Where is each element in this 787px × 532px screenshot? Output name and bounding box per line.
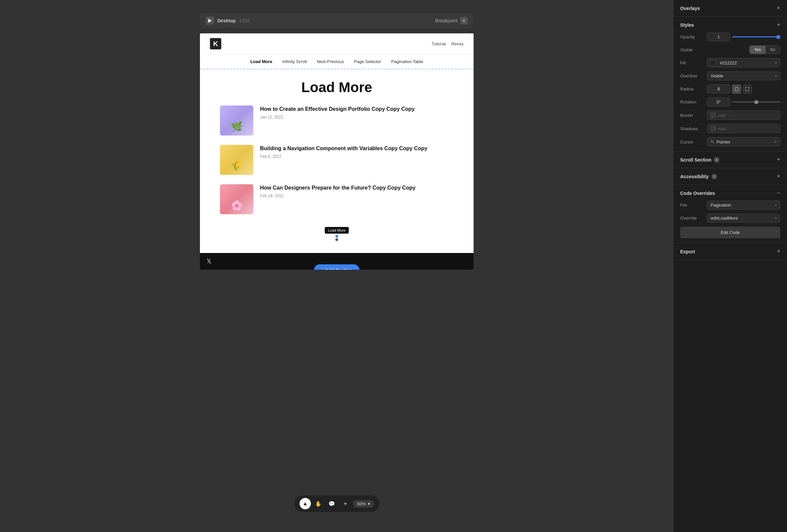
- bottom-toolbar: ▲ ✋ 💬 ✦ 50% ▾: [294, 495, 379, 512]
- thumb-yellow: 🌾: [220, 145, 253, 175]
- comment-tool[interactable]: 💬: [326, 498, 337, 509]
- export-plus[interactable]: +: [777, 248, 780, 255]
- scroll-plus[interactable]: +: [777, 156, 780, 163]
- rotation-row: Rotation: [680, 98, 780, 106]
- site-header-links: Tutorial Remix: [431, 41, 464, 46]
- export-section: Export +: [674, 243, 787, 260]
- visible-yes[interactable]: Yes: [750, 46, 766, 54]
- radius-input[interactable]: [707, 84, 730, 93]
- override-value: withLoadMore: [710, 216, 738, 220]
- article-card-3: 🌸 How Can Designers Prepare for the Futu…: [220, 184, 453, 214]
- overflow-dropdown[interactable]: Visible ▾: [707, 71, 780, 81]
- site-content: Load More 🌿 How to Create an Effective D…: [200, 69, 474, 253]
- cursor-value: Pointer: [717, 140, 772, 145]
- right-panel: Overlays + Styles + Opacity Visible Yes: [674, 0, 787, 532]
- breakpoint-left: Desktop 1200: [206, 17, 249, 25]
- opacity-slider[interactable]: [732, 36, 780, 37]
- styles-plus[interactable]: +: [777, 21, 780, 28]
- zoom-selector[interactable]: 50% ▾: [353, 500, 374, 508]
- accessibility-plus[interactable]: +: [777, 173, 780, 180]
- zoom-value: 50%: [357, 501, 365, 506]
- border-add-box[interactable]: Add...: [707, 110, 780, 120]
- cursor-row: Cursor ↖ Pointer ×: [680, 137, 780, 147]
- overlays-title: Overlays: [680, 6, 700, 11]
- breakpoint-device: Desktop: [217, 18, 236, 23]
- accessibility-title-group: Accessibility i: [680, 174, 717, 179]
- scroll-info-icon[interactable]: i: [714, 157, 719, 163]
- fill-value-box[interactable]: #222222 ×: [707, 58, 780, 67]
- border-label: Border: [680, 113, 707, 118]
- add-section-button[interactable]: + Add Section: [314, 264, 359, 270]
- fill-remove[interactable]: ×: [775, 60, 777, 65]
- file-row: File Pagination ▾: [680, 200, 780, 210]
- tab-next-previous[interactable]: Next Previous: [317, 59, 344, 64]
- header-link-tutorial[interactable]: Tutorial: [431, 41, 446, 46]
- overflow-value: Visible: [710, 73, 723, 79]
- cursor-remove[interactable]: ×: [774, 139, 777, 145]
- styles-header[interactable]: Styles +: [680, 21, 780, 28]
- article-info-3: How Can Designers Prepare for the Future…: [260, 184, 416, 198]
- article-date-3: Feb 28, 2022: [260, 194, 416, 198]
- zoom-chevron: ▾: [368, 501, 370, 506]
- radius-all-corners[interactable]: [732, 85, 741, 93]
- file-chevron: ▾: [775, 203, 777, 207]
- file-value: Pagination: [710, 203, 731, 208]
- article-title-3[interactable]: How Can Designers Prepare for the Future…: [260, 184, 416, 192]
- shadows-add-box[interactable]: Add...: [707, 124, 780, 133]
- canvas-area: Desktop 1200 Breakpoint + K Tutorial Rem…: [0, 0, 674, 532]
- article-card-1: 🌿 How to Create an Effective Design Port…: [220, 105, 453, 135]
- article-thumb-1: 🌿: [220, 105, 253, 135]
- override-chevron: ▾: [775, 216, 777, 220]
- visible-label: Visible: [680, 47, 707, 52]
- article-thumb-2: 🌾: [220, 145, 253, 175]
- hand-tool[interactable]: ✋: [313, 498, 324, 509]
- article-thumb-3: 🌸: [220, 184, 253, 214]
- breakpoint-btn-label[interactable]: Breakpoint: [435, 18, 458, 23]
- opacity-label: Opacity: [680, 35, 707, 39]
- tab-load-more[interactable]: Load More: [250, 59, 272, 64]
- code-overrides-minus[interactable]: −: [777, 190, 780, 197]
- tab-page-selector[interactable]: Page Selector: [354, 59, 381, 64]
- svg-rect-8: [735, 87, 738, 91]
- article-title-1[interactable]: How to Create an Effective Design Portfo…: [260, 105, 414, 113]
- border-row: Border Add...: [680, 110, 780, 120]
- breakpoint-plus[interactable]: +: [460, 17, 468, 24]
- override-dropdown[interactable]: withLoadMore ▾: [707, 214, 780, 222]
- rotation-input[interactable]: [707, 98, 730, 106]
- cursor-value-box[interactable]: ↖ Pointer ×: [707, 137, 780, 147]
- code-overrides-header[interactable]: Code Overrides −: [680, 190, 780, 197]
- rotation-slider[interactable]: [732, 102, 780, 103]
- overlays-header[interactable]: Overlays +: [680, 5, 780, 12]
- tab-infinity-scroll[interactable]: Infinity Scroll: [282, 59, 307, 64]
- scroll-section-header[interactable]: Scroll Section i +: [680, 156, 780, 163]
- radius-individual-corners[interactable]: [743, 85, 752, 93]
- file-dropdown[interactable]: Pagination ▾: [707, 200, 780, 210]
- play-icon[interactable]: [206, 17, 214, 25]
- border-add-text: Add...: [718, 113, 729, 118]
- cursor-icon: ↖: [710, 139, 715, 145]
- border-swatch: [710, 112, 716, 118]
- edit-code-button[interactable]: Edit Code: [680, 227, 780, 238]
- twitter-icon[interactable]: 𝕏: [207, 258, 212, 265]
- opacity-row: Opacity: [680, 33, 780, 41]
- article-title-2[interactable]: Building a Navigation Component with Var…: [260, 145, 427, 152]
- accessibility-header[interactable]: Accessibility i +: [680, 173, 780, 180]
- overflow-chevron: ▾: [775, 74, 777, 78]
- load-more-tooltip: Load More: [325, 227, 349, 234]
- site-frame: K Tutorial Remix Load More Infinity Scro…: [200, 34, 474, 270]
- load-more-dot-top: [336, 235, 338, 238]
- page-title: Load More: [220, 80, 453, 95]
- cursor-tool[interactable]: ▲: [299, 498, 311, 509]
- visible-no[interactable]: No: [766, 46, 780, 54]
- fill-color-value: #222222: [718, 60, 773, 65]
- accessibility-info-icon[interactable]: i: [711, 174, 717, 179]
- opacity-input[interactable]: [707, 33, 730, 41]
- overlays-plus[interactable]: +: [777, 5, 780, 12]
- accessibility-section: Accessibility i +: [674, 168, 787, 185]
- export-header[interactable]: Export +: [680, 248, 780, 255]
- override-row: Override withLoadMore ▾: [680, 214, 780, 222]
- cursor-label: Cursor: [680, 140, 707, 145]
- sun-tool[interactable]: ✦: [339, 498, 351, 509]
- tab-pagination-table[interactable]: Pagination Table: [391, 59, 423, 64]
- header-link-remix[interactable]: Remix: [451, 41, 464, 46]
